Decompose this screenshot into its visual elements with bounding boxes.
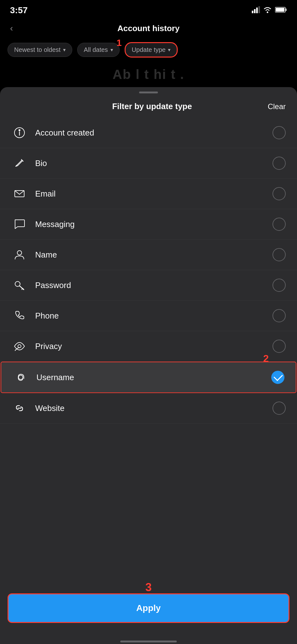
filter-item-messaging[interactable]: Messaging xyxy=(0,209,297,240)
home-bar xyxy=(120,641,177,642)
radio-messaging[interactable] xyxy=(273,218,286,231)
filter-item-label-bio: Bio xyxy=(35,158,273,168)
home-indicator xyxy=(0,636,297,644)
status-icons xyxy=(252,6,287,14)
link-icon xyxy=(11,400,28,416)
dates-filter-button[interactable]: All dates ▾ 1 xyxy=(77,43,120,57)
filter-item-label-phone: Phone xyxy=(35,311,273,321)
status-time: 3:57 xyxy=(10,5,28,15)
radio-privacy[interactable] xyxy=(273,340,286,353)
svg-point-4 xyxy=(267,12,268,13)
filter-item-bio[interactable]: Bio xyxy=(0,148,297,179)
radio-email[interactable] xyxy=(273,187,286,200)
wifi-icon xyxy=(263,6,272,14)
filter-item-email[interactable]: Email xyxy=(0,179,297,209)
phone-icon xyxy=(11,308,28,324)
handle-bar xyxy=(139,92,158,93)
radio-name[interactable] xyxy=(273,248,286,261)
svg-rect-6 xyxy=(286,8,287,11)
radio-account-created[interactable] xyxy=(273,126,286,139)
sheet-title: Filter by update type xyxy=(36,102,268,111)
radio-bio[interactable] xyxy=(273,157,286,170)
svg-rect-0 xyxy=(252,11,253,13)
chat-icon xyxy=(11,216,28,232)
filter-item-name[interactable]: Name xyxy=(0,240,297,270)
filter-bar: Newest to oldest ▾ All dates ▾ 1 Update … xyxy=(0,38,297,62)
battery-icon xyxy=(275,7,287,14)
pencil-icon xyxy=(11,155,28,171)
svg-rect-1 xyxy=(254,9,256,13)
svg-rect-3 xyxy=(258,6,260,13)
filter-item-username[interactable]: Username xyxy=(1,362,296,393)
filter-item-label-messaging: Messaging xyxy=(35,219,273,229)
radio-website[interactable] xyxy=(273,402,286,415)
dates-chevron-icon: ▾ xyxy=(111,47,113,53)
svg-rect-2 xyxy=(256,8,258,13)
radio-username[interactable] xyxy=(271,371,284,384)
bg-content: Ab l t hi t . xyxy=(0,62,297,87)
nav-bar: ‹ Account history xyxy=(0,19,297,38)
page-title: Account history xyxy=(117,24,180,33)
key-icon xyxy=(11,277,28,293)
at-icon xyxy=(13,369,29,386)
annotation-3: 3 xyxy=(145,581,152,594)
filter-item-label-password: Password xyxy=(35,280,273,290)
back-button[interactable]: ‹ xyxy=(10,23,13,33)
apply-section: 3 Apply xyxy=(0,587,297,636)
sort-filter-button[interactable]: Newest to oldest ▾ xyxy=(8,43,72,57)
sheet-header: Filter by update type Clear xyxy=(0,95,297,114)
radio-phone[interactable] xyxy=(273,309,286,322)
person-icon xyxy=(11,247,28,263)
filter-item-label-name: Name xyxy=(35,250,273,260)
filter-item-label-username: Username xyxy=(36,373,271,382)
signal-icon xyxy=(252,6,260,14)
filter-item-website[interactable]: Website xyxy=(0,393,297,424)
eye-icon xyxy=(11,338,28,354)
sort-chevron-icon: ▾ xyxy=(63,47,66,53)
bottom-sheet: Filter by update type Clear Account crea… xyxy=(0,87,297,644)
sort-filter-label: Newest to oldest xyxy=(14,46,61,53)
svg-rect-7 xyxy=(276,8,284,12)
status-bar: 3:57 xyxy=(0,0,297,19)
filter-item-label-account-created: Account created xyxy=(35,128,273,138)
svg-point-19 xyxy=(19,375,23,380)
filter-item-label-privacy: Privacy xyxy=(35,341,273,351)
info-icon xyxy=(11,125,28,141)
update-type-chevron-icon: ▾ xyxy=(168,47,170,53)
svg-point-10 xyxy=(19,130,20,131)
filter-item-account-created[interactable]: Account created xyxy=(0,118,297,148)
radio-password[interactable] xyxy=(273,279,286,292)
apply-button[interactable]: Apply xyxy=(8,593,289,623)
filter-item-privacy[interactable]: Privacy 2 xyxy=(0,331,297,362)
filter-item-label-email: Email xyxy=(35,189,273,199)
envelope-icon xyxy=(11,186,28,202)
filter-item-label-website: Website xyxy=(35,403,273,413)
update-type-filter-button[interactable]: Update type ▾ xyxy=(125,42,178,58)
filter-item-phone[interactable]: Phone xyxy=(0,301,297,331)
filter-item-password[interactable]: Password xyxy=(0,270,297,301)
filter-list: Account created Bio Email Messaging xyxy=(0,118,297,424)
clear-button[interactable]: Clear xyxy=(268,102,286,111)
annotation-1: 1 xyxy=(116,37,122,48)
svg-point-13 xyxy=(17,251,22,255)
update-type-filter-label: Update type xyxy=(132,46,166,53)
sheet-handle xyxy=(0,87,297,95)
bg-text: Ab l t hi t . xyxy=(113,67,185,82)
dates-filter-label: All dates xyxy=(84,46,108,53)
